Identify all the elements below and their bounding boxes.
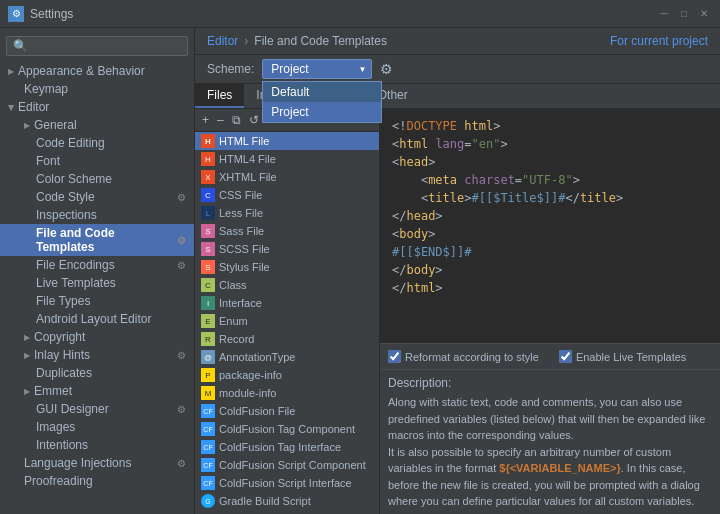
close-button[interactable]: ✕ [696, 6, 712, 22]
tab-files[interactable]: Files [195, 84, 244, 108]
gear-icon: ⚙ [177, 260, 186, 271]
breadcrumb-editor[interactable]: Editor [207, 34, 238, 48]
sidebar-item-label: File Types [36, 294, 90, 308]
file-item-label: Interface [219, 297, 262, 309]
file-item-enum[interactable]: E Enum [195, 312, 379, 330]
file-item-annotationtype[interactable]: @ AnnotationType [195, 348, 379, 366]
file-item-html[interactable]: H HTML File [195, 132, 379, 150]
sidebar-item-code-style[interactable]: Code Style ⚙ [0, 188, 194, 206]
file-item-cf-script-interface[interactable]: CF ColdFusion Script Interface [195, 474, 379, 492]
file-item-label: AnnotationType [219, 351, 295, 363]
scheme-gear-button[interactable]: ⚙ [380, 61, 393, 77]
sidebar-item-android-layout-editor[interactable]: Android Layout Editor [0, 310, 194, 328]
description-text: Along with static text, code and comment… [388, 394, 712, 514]
sidebar-item-file-types[interactable]: File Types [0, 292, 194, 310]
cf-script-icon: CF [201, 458, 215, 472]
file-item-less[interactable]: L Less File [195, 204, 379, 222]
sidebar-item-label: Keymap [24, 82, 68, 96]
window-controls: ─ □ ✕ [656, 6, 712, 22]
sidebar-item-proofreading[interactable]: Proofreading [0, 472, 194, 490]
file-item-package-info[interactable]: P package-info [195, 366, 379, 384]
file-item-label: ColdFusion File [219, 405, 295, 417]
sidebar-item-font[interactable]: Font [0, 152, 194, 170]
for-current-project-link[interactable]: For current project [610, 34, 708, 48]
sidebar-item-inspections[interactable]: Inspections [0, 206, 194, 224]
sidebar-item-file-and-code-templates[interactable]: File and Code Templates ⚙ [0, 224, 194, 256]
sidebar-item-appearance-behavior[interactable]: ▶ Appearance & Behavior [0, 62, 194, 80]
sidebar-item-label: General [34, 118, 77, 132]
sidebar-item-label: Editor [18, 100, 49, 114]
copy-file-button[interactable]: ⧉ [229, 112, 244, 128]
scheme-option-project[interactable]: Project [263, 102, 381, 122]
editor-options: Reformat according to style Enable Live … [380, 343, 720, 369]
add-file-button[interactable]: + [199, 112, 212, 128]
file-item-label: ColdFusion Tag Component [219, 423, 355, 435]
sidebar-item-live-templates[interactable]: Live Templates [0, 274, 194, 292]
search-box[interactable]: 🔍 [6, 36, 188, 56]
file-items: H HTML File H HTML4 File X XHTML File [195, 132, 379, 514]
search-input[interactable] [28, 39, 181, 53]
file-item-stylus[interactable]: S Stylus File [195, 258, 379, 276]
scheme-option-default[interactable]: Default [263, 82, 381, 102]
cf-tag-if-icon: CF [201, 440, 215, 454]
sidebar-item-editor[interactable]: ▶ Editor [0, 98, 194, 116]
reformat-checkbox-label[interactable]: Reformat according to style [388, 350, 539, 363]
description-area: Description: Along with static text, cod… [380, 369, 720, 514]
arrow-icon: ▶ [7, 104, 16, 110]
breadcrumb-current: File and Code Templates [254, 34, 387, 48]
sidebar-item-file-encodings[interactable]: File Encodings ⚙ [0, 256, 194, 274]
sidebar-item-inlay-hints[interactable]: ▶ Inlay Hints ⚙ [0, 346, 194, 364]
file-item-xhtml[interactable]: X XHTML File [195, 168, 379, 186]
sidebar-item-copyright[interactable]: ▶ Copyright [0, 328, 194, 346]
sidebar-item-code-editing[interactable]: Code Editing [0, 134, 194, 152]
file-item-sass[interactable]: S Sass File [195, 222, 379, 240]
file-item-label: HTML File [219, 135, 269, 147]
css-icon: C [201, 188, 215, 202]
maximize-button[interactable]: □ [676, 6, 692, 22]
arrow-icon: ▶ [24, 351, 30, 360]
reformat-checkbox[interactable] [388, 350, 401, 363]
file-item-gradle-wrapper[interactable]: G Gradle Build Script with wrappe... [195, 510, 379, 514]
file-item-cf-script-component[interactable]: CF ColdFusion Script Component [195, 456, 379, 474]
sidebar-item-label: Inlay Hints [34, 348, 90, 362]
sidebar-item-emmet[interactable]: ▶ Emmet [0, 382, 194, 400]
sidebar-item-label: Inspections [36, 208, 97, 222]
file-item-html4[interactable]: H HTML4 File [195, 150, 379, 168]
scheme-select[interactable]: Project [262, 59, 372, 79]
remove-file-button[interactable]: – [214, 112, 227, 128]
sidebar-item-label: Language Injections [24, 456, 131, 470]
sidebar-item-general[interactable]: ▶ General [0, 116, 194, 134]
minimize-button[interactable]: ─ [656, 6, 672, 22]
file-item-gradle-build[interactable]: G Gradle Build Script [195, 492, 379, 510]
file-item-cf-tag-component[interactable]: CF ColdFusion Tag Component [195, 420, 379, 438]
live-templates-checkbox-label[interactable]: Enable Live Templates [559, 350, 686, 363]
file-item-label: Record [219, 333, 254, 345]
record-icon: R [201, 332, 215, 346]
breadcrumb: Editor › File and Code Templates For cur… [195, 28, 720, 55]
live-templates-label: Enable Live Templates [576, 351, 686, 363]
file-item-cf-tag-interface[interactable]: CF ColdFusion Tag Interface [195, 438, 379, 456]
live-templates-checkbox[interactable] [559, 350, 572, 363]
file-item-interface[interactable]: I Interface [195, 294, 379, 312]
file-item-label: ColdFusion Tag Interface [219, 441, 341, 453]
sidebar-item-duplicates[interactable]: Duplicates [0, 364, 194, 382]
file-item-coldfusion[interactable]: CF ColdFusion File [195, 402, 379, 420]
sidebar-item-gui-designer[interactable]: GUI Designer ⚙ [0, 400, 194, 418]
file-item-record[interactable]: R Record [195, 330, 379, 348]
code-editor[interactable]: <!DOCTYPE html> <html lang="en"> <head> … [380, 109, 720, 343]
settings-window: ⚙ Settings ─ □ ✕ 🔍 ▶ Appearance & Behavi… [0, 0, 720, 514]
arrow-icon: ▶ [24, 333, 30, 342]
package-icon: P [201, 368, 215, 382]
file-item-scss[interactable]: S SCSS File [195, 240, 379, 258]
sidebar-item-keymap[interactable]: Keymap [0, 80, 194, 98]
file-item-css[interactable]: C CSS File [195, 186, 379, 204]
file-item-class[interactable]: C Class [195, 276, 379, 294]
file-item-module-info[interactable]: M module-info [195, 384, 379, 402]
arrow-icon: ▶ [24, 121, 30, 130]
sidebar-item-intentions[interactable]: Intentions [0, 436, 194, 454]
sidebar-item-language-injections[interactable]: Language Injections ⚙ [0, 454, 194, 472]
sidebar-item-images[interactable]: Images [0, 418, 194, 436]
sidebar-item-color-scheme[interactable]: Color Scheme [0, 170, 194, 188]
file-item-label: XHTML File [219, 171, 277, 183]
reset-file-button[interactable]: ↺ [246, 112, 262, 128]
